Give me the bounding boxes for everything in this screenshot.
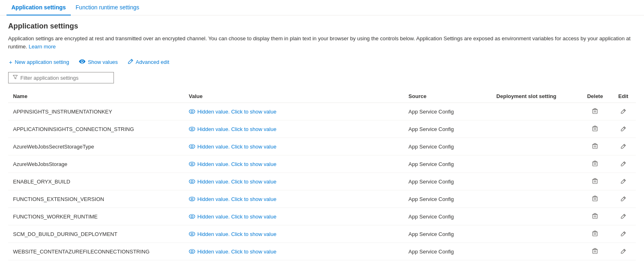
svg-rect-44 bbox=[593, 232, 597, 236]
setting-slot bbox=[491, 138, 579, 155]
edit-button[interactable] bbox=[618, 159, 629, 169]
hidden-value-link[interactable]: Hidden value. Click to show value bbox=[189, 161, 399, 167]
setting-name: FUNCTIONS_WORKER_RUNTIME bbox=[8, 208, 184, 225]
setting-value: Hidden value. Click to show value bbox=[184, 138, 404, 155]
settings-table-container: Name Value Source Deployment slot settin… bbox=[8, 90, 636, 262]
setting-source: App Service Config bbox=[404, 243, 491, 260]
setting-delete-cell bbox=[579, 225, 611, 243]
delete-button[interactable] bbox=[590, 212, 600, 221]
table-row: APPLICATIONINSIGHTS_CONNECTION_STRING Hi… bbox=[8, 120, 636, 138]
delete-button[interactable] bbox=[590, 159, 600, 169]
setting-edit-cell bbox=[611, 155, 636, 173]
hidden-value-link[interactable]: Hidden value. Click to show value bbox=[189, 144, 399, 150]
page-description: Application settings are encrypted at re… bbox=[8, 35, 636, 50]
delete-button[interactable] bbox=[590, 142, 600, 151]
table-header-row: Name Value Source Deployment slot settin… bbox=[8, 90, 636, 103]
table-row: ENABLE_ORYX_BUILD Hidden value. Click to… bbox=[8, 173, 636, 190]
setting-source: App Service Config bbox=[404, 260, 491, 262]
setting-value: Hidden value. Click to show value bbox=[184, 260, 404, 262]
setting-name: AzureWebJobsStorage bbox=[8, 155, 184, 173]
edit-button[interactable] bbox=[618, 229, 629, 239]
setting-delete-cell bbox=[579, 103, 611, 120]
setting-delete-cell bbox=[579, 190, 611, 208]
svg-point-0 bbox=[189, 109, 195, 114]
svg-point-18 bbox=[189, 162, 195, 166]
setting-slot bbox=[491, 190, 579, 208]
filter-input-wrapper bbox=[8, 72, 114, 83]
setting-value: Hidden value. Click to show value bbox=[184, 155, 404, 173]
delete-button[interactable] bbox=[590, 229, 600, 239]
setting-value: Hidden value. Click to show value bbox=[184, 208, 404, 225]
table-row: FUNCTIONS_WORKER_RUNTIME Hidden value. C… bbox=[8, 208, 636, 225]
plus-icon: + bbox=[9, 59, 12, 66]
filter-container bbox=[8, 72, 636, 83]
hidden-value-link[interactable]: Hidden value. Click to show value bbox=[189, 109, 399, 115]
setting-value: Hidden value. Click to show value bbox=[184, 173, 404, 190]
svg-point-12 bbox=[189, 144, 195, 148]
learn-more-link[interactable]: Learn more bbox=[29, 44, 56, 50]
setting-edit-cell bbox=[611, 208, 636, 225]
delete-button[interactable] bbox=[590, 107, 600, 116]
setting-source: App Service Config bbox=[404, 190, 491, 208]
tab-application-settings[interactable]: Application settings bbox=[7, 0, 71, 15]
setting-slot bbox=[491, 120, 579, 138]
svg-point-25 bbox=[191, 181, 193, 183]
svg-point-36 bbox=[189, 214, 195, 218]
col-header-slot: Deployment slot setting bbox=[491, 90, 579, 103]
tab-function-runtime[interactable]: Function runtime settings bbox=[71, 0, 144, 15]
show-values-button[interactable]: Show values bbox=[78, 57, 119, 67]
delete-button[interactable] bbox=[590, 247, 600, 256]
setting-edit-cell bbox=[611, 260, 636, 262]
new-application-setting-button[interactable]: + New application setting bbox=[8, 57, 70, 67]
edit-button[interactable] bbox=[618, 247, 629, 256]
edit-button[interactable] bbox=[618, 124, 629, 134]
setting-edit-cell bbox=[611, 173, 636, 190]
setting-delete-cell bbox=[579, 155, 611, 173]
svg-point-31 bbox=[191, 198, 193, 200]
setting-source: App Service Config bbox=[404, 208, 491, 225]
hidden-value-link[interactable]: Hidden value. Click to show value bbox=[189, 249, 399, 255]
setting-value: Hidden value. Click to show value bbox=[184, 190, 404, 208]
setting-delete-cell bbox=[579, 138, 611, 155]
eye-small-icon bbox=[189, 196, 195, 201]
hidden-value-link[interactable]: Hidden value. Click to show value bbox=[189, 126, 399, 132]
setting-name: FUNCTIONS_EXTENSION_VERSION bbox=[8, 190, 184, 208]
filter-application-settings-input[interactable] bbox=[20, 75, 109, 81]
setting-source: App Service Config bbox=[404, 120, 491, 138]
hidden-value-link[interactable]: Hidden value. Click to show value bbox=[189, 179, 399, 185]
setting-source: App Service Config bbox=[404, 225, 491, 243]
delete-button[interactable] bbox=[590, 124, 600, 134]
advanced-edit-button[interactable]: Advanced edit bbox=[127, 57, 170, 67]
delete-button[interactable] bbox=[590, 177, 600, 186]
hidden-value-link[interactable]: Hidden value. Click to show value bbox=[189, 196, 399, 202]
setting-value: Hidden value. Click to show value bbox=[184, 243, 404, 260]
table-row: FUNCTIONS_EXTENSION_VERSION Hidden value… bbox=[8, 190, 636, 208]
main-content: Application settings Application setting… bbox=[0, 15, 644, 262]
edit-button[interactable] bbox=[618, 142, 629, 151]
hidden-value-link[interactable]: Hidden value. Click to show value bbox=[189, 231, 399, 237]
setting-slot bbox=[491, 243, 579, 260]
setting-name: SCM_DO_BUILD_DURING_DEPLOYMENT bbox=[8, 225, 184, 243]
setting-value: Hidden value. Click to show value bbox=[184, 120, 404, 138]
svg-point-42 bbox=[189, 232, 195, 236]
toolbar: + New application setting Show values Ad… bbox=[8, 57, 636, 67]
svg-rect-32 bbox=[593, 197, 597, 201]
eye-small-icon bbox=[189, 162, 195, 166]
col-header-source: Source bbox=[404, 90, 491, 103]
settings-table: Name Value Source Deployment slot settin… bbox=[8, 90, 636, 262]
setting-edit-cell bbox=[611, 138, 636, 155]
hidden-value-link[interactable]: Hidden value. Click to show value bbox=[189, 214, 399, 220]
edit-button[interactable] bbox=[618, 177, 629, 186]
eye-small-icon bbox=[189, 109, 195, 114]
setting-delete-cell bbox=[579, 173, 611, 190]
edit-button[interactable] bbox=[618, 194, 629, 204]
edit-button[interactable] bbox=[618, 212, 629, 221]
setting-name: WEBSITE_CONTENTSHARE bbox=[8, 260, 184, 262]
eye-small-icon bbox=[189, 231, 195, 236]
svg-rect-26 bbox=[593, 179, 597, 183]
delete-button[interactable] bbox=[590, 194, 600, 204]
svg-point-49 bbox=[191, 251, 193, 253]
edit-button[interactable] bbox=[618, 107, 629, 116]
eye-small-icon bbox=[189, 127, 195, 131]
setting-name: APPLICATIONINSIGHTS_CONNECTION_STRING bbox=[8, 120, 184, 138]
